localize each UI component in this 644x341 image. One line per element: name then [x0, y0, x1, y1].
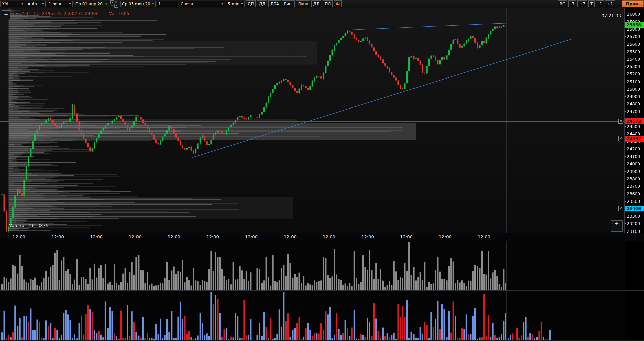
time-tick: 12:00 [438, 234, 453, 239]
date-from-value: Ср 01.апр.20 [75, 2, 104, 6]
price-tick: 24900 [625, 94, 644, 99]
price-tick: 25200 [625, 71, 644, 77]
time-tick: 12:00 [360, 234, 375, 239]
delta-volume-canvas[interactable] [0, 291, 625, 341]
close-level-icon[interactable]: ✕ [618, 136, 623, 141]
time-tick: 12:00 [244, 234, 259, 239]
btn-dp[interactable]: ДП [246, 0, 256, 7]
time-axis[interactable]: 12:0012:0012:0012:0012:0012:0012:0012:00… [0, 233, 644, 241]
price-tick: 25000 [625, 87, 644, 92]
time-tick: 12:00 [11, 234, 26, 239]
price-label-last-price: 25858 [625, 22, 644, 28]
scale-mode-value: Auto [28, 2, 41, 6]
price-tick: 23900 [625, 169, 644, 174]
volume-indicator-label: Volume=2613875 [9, 223, 49, 228]
price-tick: 24100 [625, 154, 644, 159]
chevron-down-icon: ▼ [105, 2, 108, 5]
k-lock-button-bottom[interactable]: k [114, 4, 118, 8]
time-tick: 12:00 [321, 234, 336, 239]
add-chart-button[interactable]: + [2, 10, 10, 19]
symbol-value: YM [2, 2, 20, 6]
scale-mode-select[interactable]: Auto ▼ [26, 1, 46, 7]
btn-pl[interactable]: ПЛ [323, 0, 333, 7]
price-tick: 25600 [625, 42, 644, 47]
price-tick: 24700 [625, 109, 644, 114]
step-forward-button[interactable]: > [114, 0, 118, 4]
volume-histogram-canvas[interactable] [0, 241, 625, 290]
btn-t[interactable]: Т [588, 0, 595, 7]
chevron-down-icon: ▼ [69, 2, 71, 5]
trading-terminal: YM ▼ Auto ▼ 1 hour ▼ Ср 01.апр.20 ▼ k > … [0, 0, 644, 341]
price-label-horizontal-line: 24572 [625, 118, 644, 124]
price-tick: 24500 [625, 124, 644, 129]
btn-minus1[interactable]: -1 [596, 0, 604, 7]
btn-plus7[interactable]: +7 [577, 0, 587, 7]
ohlc-readout: H: 25014 L: 24955 O: 25007 C: 24996 Vol:… [15, 11, 129, 16]
timeframe-value: 5 min [228, 2, 240, 6]
add-indicator-button[interactable]: + [611, 220, 623, 232]
price-tick: 25700 [625, 34, 644, 39]
ohlc-values: H: 25014 L: 24955 O: 25007 C: 24996 [15, 11, 99, 16]
period-select[interactable]: 1 hour ▼ [47, 1, 73, 7]
price-tick: 24000 [625, 161, 644, 167]
price-label-horizontal-line: 24337 [625, 136, 644, 142]
toolbar: YM ▼ Auto ▼ 1 hour ▼ Ср 01.апр.20 ▼ k > … [0, 0, 644, 8]
countdown-clock: 02:21:33 [602, 13, 621, 18]
price-tick: 24200 [625, 146, 644, 152]
price-tick: 23600 [625, 191, 644, 197]
price-tick: 25400 [625, 57, 644, 62]
close-level-icon[interactable]: ✕ [618, 119, 623, 124]
price-label-horizontal-line: 23406 [625, 206, 644, 211]
time-tick: 12:00 [283, 234, 298, 239]
date-from-select[interactable]: Ср 01.апр.20 ▼ [74, 1, 109, 7]
btn-vs[interactable]: ВС [558, 0, 568, 7]
time-tick: 12:00 [205, 234, 220, 239]
chevron-down-icon: ▼ [42, 2, 44, 5]
date-to-value: Ср 03.июн.20 [122, 2, 151, 6]
time-tick: 12:00 [89, 234, 104, 239]
btn-draw[interactable]: Рис. [282, 0, 295, 7]
btn-dl[interactable]: ДЛ [311, 0, 321, 7]
btn-dba[interactable]: ДБА [268, 0, 281, 7]
time-tick: 12:00 [477, 234, 491, 239]
time-tick: 12:00 [399, 234, 414, 239]
chevron-down-icon: ▼ [21, 2, 23, 5]
price-tick: 23300 [625, 214, 644, 219]
price-tick: 23200 [625, 221, 644, 226]
price-tick: 23800 [625, 176, 644, 182]
bar-volume-value: Vol: 1605 [109, 11, 129, 16]
period-value: 1 hour [49, 2, 68, 6]
price-tick: 23500 [625, 199, 644, 204]
btn-dd[interactable]: ДД [257, 0, 267, 7]
price-tick: 25100 [625, 79, 644, 85]
chart-type-select[interactable]: Свеча ▼ [179, 1, 225, 7]
symbol-select[interactable]: YM ▼ [0, 1, 25, 7]
price-tick: 24800 [625, 101, 644, 107]
btn-f[interactable]: Ф [334, 0, 342, 7]
period-step-buttons: k > < k [110, 0, 119, 8]
chevron-down-icon: ▼ [221, 2, 223, 5]
toolbar-button-group: ДПДДДБАРис.ЛупаДЛПЛФ [246, 0, 342, 7]
chart-panel: + H: 25014 L: 24955 O: 25007 C: 24996 Vo… [0, 8, 625, 233]
step-back-button[interactable]: < [110, 4, 114, 8]
price-tick: 23700 [625, 184, 644, 189]
date-to-select[interactable]: Ср 03.июн.20 ▼ [120, 1, 156, 7]
chart-type-value: Свеча [181, 2, 220, 6]
price-chart-canvas[interactable] [0, 8, 625, 233]
price-tick: 26000 [625, 12, 644, 17]
apply-button[interactable]: Прим. [622, 0, 644, 7]
btn-plus1[interactable]: +1 [605, 0, 615, 7]
price-tick: 25500 [625, 49, 644, 55]
time-tick: 12:00 [166, 234, 181, 239]
chevron-down-icon: ▼ [152, 2, 154, 5]
k-lock-button-top[interactable]: k [110, 0, 114, 4]
timeframe-select[interactable]: 5 min ▼ [226, 1, 245, 7]
close-level-icon[interactable]: ✕ [618, 206, 623, 211]
time-tick: 12:00 [50, 234, 65, 239]
toolbar-right-group: ВС-7+7Т-1+1 [558, 0, 615, 7]
price-tick: 25300 [625, 64, 644, 69]
time-tick: 12:00 [128, 234, 143, 239]
btn-magnifier[interactable]: Лупа [296, 0, 310, 7]
btn-minus7[interactable]: -7 [568, 0, 576, 7]
count-input[interactable]: 1 [157, 1, 178, 7]
